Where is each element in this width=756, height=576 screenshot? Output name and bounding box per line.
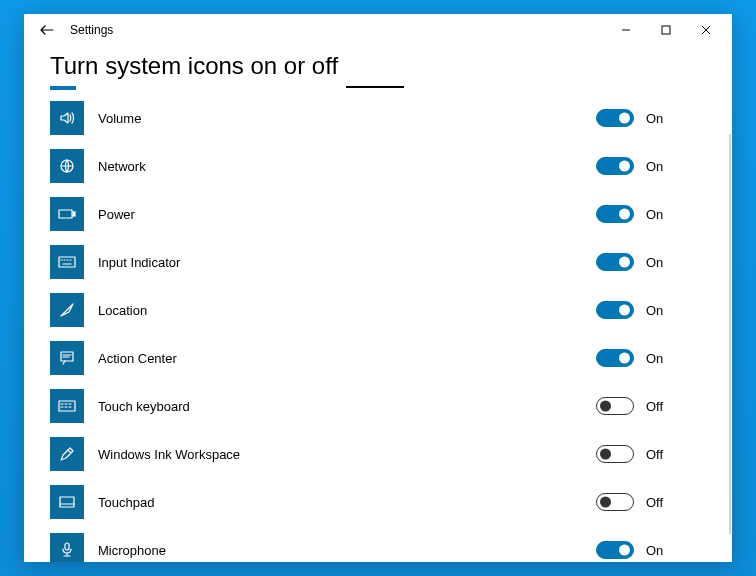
toggle-knob: [619, 545, 630, 556]
settings-window: Settings Turn system icons on or off Vol…: [24, 14, 732, 562]
toggle-state-label: On: [646, 111, 663, 126]
toggle-input[interactable]: [596, 253, 634, 271]
svg-rect-2: [59, 210, 72, 218]
setting-row-ink: Windows Ink WorkspaceOff: [50, 436, 706, 472]
maximize-icon: [661, 25, 671, 35]
minimize-icon: [621, 25, 631, 35]
svg-rect-4: [59, 257, 75, 267]
setting-label: Location: [84, 303, 476, 318]
toggle-wrap: Off: [596, 445, 706, 463]
toggle-state-label: On: [646, 303, 663, 318]
setting-label: Touchpad: [84, 495, 476, 510]
setting-row-microphone: MicrophoneOn: [50, 532, 706, 562]
scrollbar[interactable]: [729, 134, 731, 534]
content-area: Turn system icons on or off VolumeOnNetw…: [24, 46, 732, 562]
setting-row-touchpad: TouchpadOff: [50, 484, 706, 520]
toggle-knob: [619, 161, 630, 172]
setting-label: Volume: [84, 111, 476, 126]
touchpad-icon: [50, 485, 84, 519]
titlebar: Settings: [24, 14, 732, 46]
toggle-wrap: On: [596, 157, 706, 175]
indicator-row: [50, 86, 706, 90]
setting-row-input: Input IndicatorOn: [50, 244, 706, 280]
setting-label: Windows Ink Workspace: [84, 447, 476, 462]
setting-row-power: PowerOn: [50, 196, 706, 232]
svg-rect-7: [60, 497, 74, 507]
toggle-state-label: On: [646, 255, 663, 270]
toggle-actioncenter[interactable]: [596, 349, 634, 367]
toggle-state-label: On: [646, 207, 663, 222]
toggle-knob: [619, 305, 630, 316]
setting-row-actioncenter: Action CenterOn: [50, 340, 706, 376]
svg-rect-0: [662, 26, 670, 34]
toggle-state-label: Off: [646, 399, 663, 414]
battery-icon: [50, 197, 84, 231]
toggle-knob: [619, 353, 630, 364]
svg-rect-8: [65, 543, 69, 550]
setting-label: Microphone: [84, 543, 476, 558]
keyboard-icon: [50, 245, 84, 279]
toggle-state-label: Off: [646, 447, 663, 462]
setting-row-location: LocationOn: [50, 292, 706, 328]
maximize-button[interactable]: [646, 15, 686, 45]
window-controls: [606, 15, 726, 45]
touch-keyboard-icon: [50, 389, 84, 423]
toggle-knob: [600, 497, 611, 508]
location-icon: [50, 293, 84, 327]
toggle-knob: [619, 113, 630, 124]
system-icons-list: VolumeOnNetworkOnPowerOnInput IndicatorO…: [50, 100, 706, 562]
pen-icon: [50, 437, 84, 471]
toggle-knob: [600, 449, 611, 460]
toggle-wrap: On: [596, 205, 706, 223]
setting-label: Touch keyboard: [84, 399, 476, 414]
setting-label: Action Center: [84, 351, 476, 366]
toggle-microphone[interactable]: [596, 541, 634, 559]
close-icon: [701, 25, 711, 35]
toggle-wrap: On: [596, 109, 706, 127]
close-button[interactable]: [686, 15, 726, 45]
toggle-state-label: On: [646, 351, 663, 366]
globe-icon: [50, 149, 84, 183]
toggle-knob: [619, 257, 630, 268]
toggle-state-label: Off: [646, 495, 663, 510]
toggle-ink[interactable]: [596, 445, 634, 463]
toggle-wrap: On: [596, 349, 706, 367]
microphone-icon: [50, 533, 84, 562]
range-underline: [346, 86, 404, 88]
back-button[interactable]: [36, 19, 58, 41]
setting-row-volume: VolumeOn: [50, 100, 706, 136]
toggle-touchpad[interactable]: [596, 493, 634, 511]
toggle-knob: [600, 401, 611, 412]
back-arrow-icon: [40, 23, 54, 37]
window-title: Settings: [70, 23, 113, 37]
svg-rect-3: [73, 212, 75, 216]
setting-label: Network: [84, 159, 476, 174]
toggle-wrap: Off: [596, 493, 706, 511]
accent-underline: [50, 86, 76, 90]
toggle-wrap: On: [596, 253, 706, 271]
minimize-button[interactable]: [606, 15, 646, 45]
setting-label: Power: [84, 207, 476, 222]
toggle-volume[interactable]: [596, 109, 634, 127]
toggle-location[interactable]: [596, 301, 634, 319]
toggle-state-label: On: [646, 543, 663, 558]
setting-row-touchkb: Touch keyboardOff: [50, 388, 706, 424]
toggle-touchkb[interactable]: [596, 397, 634, 415]
toggle-state-label: On: [646, 159, 663, 174]
setting-row-network: NetworkOn: [50, 148, 706, 184]
page-heading: Turn system icons on or off: [50, 52, 706, 80]
toggle-knob: [619, 209, 630, 220]
toggle-power[interactable]: [596, 205, 634, 223]
svg-rect-6: [59, 401, 75, 411]
toggle-wrap: On: [596, 301, 706, 319]
toggle-wrap: On: [596, 541, 706, 559]
setting-label: Input Indicator: [84, 255, 476, 270]
action-center-icon: [50, 341, 84, 375]
toggle-network[interactable]: [596, 157, 634, 175]
toggle-wrap: Off: [596, 397, 706, 415]
volume-icon: [50, 101, 84, 135]
